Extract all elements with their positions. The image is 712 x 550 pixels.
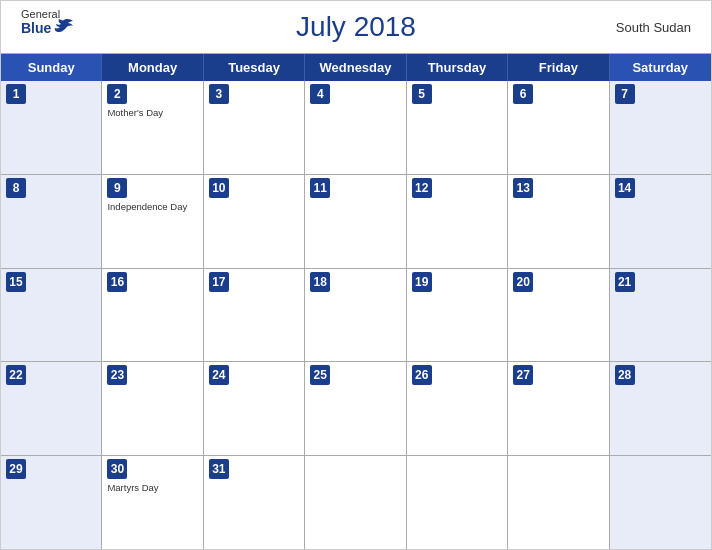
day-cell: 23 bbox=[102, 362, 203, 455]
day-cell: 1 bbox=[1, 81, 102, 174]
day-cell: 15 bbox=[1, 269, 102, 362]
day-cell: 8 bbox=[1, 175, 102, 268]
day-number: 23 bbox=[107, 365, 127, 385]
day-number: 25 bbox=[310, 365, 330, 385]
header-friday: Friday bbox=[508, 54, 609, 81]
day-number: 14 bbox=[615, 178, 635, 198]
day-number: 13 bbox=[513, 178, 533, 198]
week-row-1: 12Mother's Day34567 bbox=[1, 81, 711, 175]
day-number: 30 bbox=[107, 459, 127, 479]
day-cell: 25 bbox=[305, 362, 406, 455]
event-label: Martyrs Day bbox=[107, 482, 197, 494]
day-number: 24 bbox=[209, 365, 229, 385]
header-wednesday: Wednesday bbox=[305, 54, 406, 81]
day-cell: 29 bbox=[1, 456, 102, 549]
day-cell bbox=[407, 456, 508, 549]
day-number: 17 bbox=[209, 272, 229, 292]
day-cell: 30Martyrs Day bbox=[102, 456, 203, 549]
day-number: 6 bbox=[513, 84, 533, 104]
day-number: 12 bbox=[412, 178, 432, 198]
day-cell bbox=[610, 456, 711, 549]
week-row-4: 22232425262728 bbox=[1, 362, 711, 456]
day-cell: 13 bbox=[508, 175, 609, 268]
day-cell: 14 bbox=[610, 175, 711, 268]
day-cell bbox=[305, 456, 406, 549]
day-cell: 3 bbox=[204, 81, 305, 174]
day-number: 21 bbox=[615, 272, 635, 292]
day-number: 20 bbox=[513, 272, 533, 292]
day-cell: 2Mother's Day bbox=[102, 81, 203, 174]
calendar-grid: Sunday Monday Tuesday Wednesday Thursday… bbox=[1, 53, 711, 549]
week-row-3: 15161718192021 bbox=[1, 269, 711, 363]
header-sunday: Sunday bbox=[1, 54, 102, 81]
day-number: 5 bbox=[412, 84, 432, 104]
day-cell: 20 bbox=[508, 269, 609, 362]
day-cell: 31 bbox=[204, 456, 305, 549]
weeks-grid: 12Mother's Day3456789Independence Day101… bbox=[1, 81, 711, 549]
day-cell: 10 bbox=[204, 175, 305, 268]
day-number: 4 bbox=[310, 84, 330, 104]
header-thursday: Thursday bbox=[407, 54, 508, 81]
day-number: 16 bbox=[107, 272, 127, 292]
day-number: 11 bbox=[310, 178, 330, 198]
week-row-2: 89Independence Day1011121314 bbox=[1, 175, 711, 269]
calendar-header: General Blue July 2018 South Sudan bbox=[1, 1, 711, 53]
calendar-title: July 2018 bbox=[296, 11, 416, 43]
day-number: 28 bbox=[615, 365, 635, 385]
day-number: 15 bbox=[6, 272, 26, 292]
day-number: 18 bbox=[310, 272, 330, 292]
day-number: 8 bbox=[6, 178, 26, 198]
day-number: 9 bbox=[107, 178, 127, 198]
day-number: 19 bbox=[412, 272, 432, 292]
day-cell: 22 bbox=[1, 362, 102, 455]
day-number: 10 bbox=[209, 178, 229, 198]
week-row-5: 2930Martyrs Day31 bbox=[1, 456, 711, 549]
day-number: 31 bbox=[209, 459, 229, 479]
day-cell: 5 bbox=[407, 81, 508, 174]
day-number: 27 bbox=[513, 365, 533, 385]
day-cell: 18 bbox=[305, 269, 406, 362]
day-cell bbox=[508, 456, 609, 549]
logo-blue-text: Blue bbox=[21, 21, 51, 35]
day-cell: 28 bbox=[610, 362, 711, 455]
day-headers-row: Sunday Monday Tuesday Wednesday Thursday… bbox=[1, 54, 711, 81]
day-cell: 17 bbox=[204, 269, 305, 362]
day-cell: 24 bbox=[204, 362, 305, 455]
event-label: Independence Day bbox=[107, 201, 197, 213]
day-cell: 27 bbox=[508, 362, 609, 455]
day-cell: 4 bbox=[305, 81, 406, 174]
event-label: Mother's Day bbox=[107, 107, 197, 119]
day-number: 1 bbox=[6, 84, 26, 104]
day-cell: 26 bbox=[407, 362, 508, 455]
day-number: 7 bbox=[615, 84, 635, 104]
day-number: 26 bbox=[412, 365, 432, 385]
day-cell: 16 bbox=[102, 269, 203, 362]
day-number: 22 bbox=[6, 365, 26, 385]
day-number: 2 bbox=[107, 84, 127, 104]
day-number: 3 bbox=[209, 84, 229, 104]
header-monday: Monday bbox=[102, 54, 203, 81]
day-cell: 12 bbox=[407, 175, 508, 268]
calendar-container: General Blue July 2018 South Sudan Sunda… bbox=[0, 0, 712, 550]
day-cell: 19 bbox=[407, 269, 508, 362]
day-cell: 21 bbox=[610, 269, 711, 362]
day-cell: 9Independence Day bbox=[102, 175, 203, 268]
header-saturday: Saturday bbox=[610, 54, 711, 81]
day-cell: 7 bbox=[610, 81, 711, 174]
logo-bird-icon bbox=[53, 18, 75, 36]
day-number: 29 bbox=[6, 459, 26, 479]
day-cell: 11 bbox=[305, 175, 406, 268]
country-label: South Sudan bbox=[616, 20, 691, 35]
logo-area: General Blue bbox=[21, 9, 75, 36]
day-cell: 6 bbox=[508, 81, 609, 174]
header-tuesday: Tuesday bbox=[204, 54, 305, 81]
